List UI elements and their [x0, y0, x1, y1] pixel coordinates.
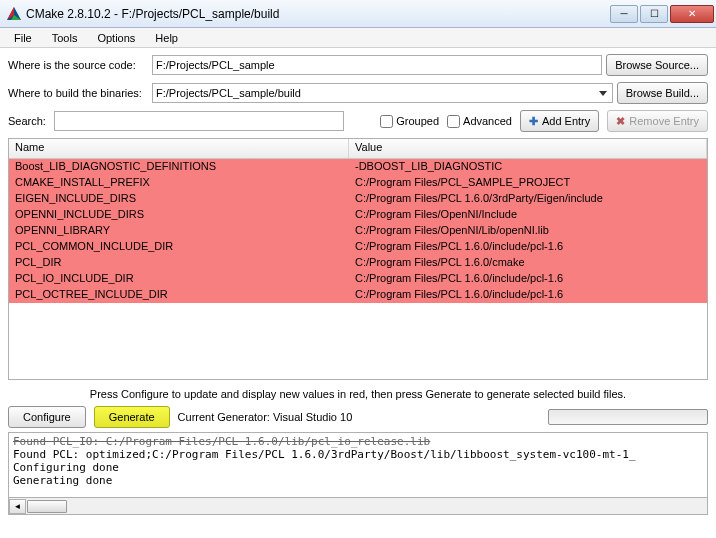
table-row[interactable]: PCL_OCTREE_INCLUDE_DIRC:/Program Files/P… [9, 287, 707, 303]
grouped-checkbox[interactable] [380, 115, 393, 128]
cell-value[interactable]: -DBOOST_LIB_DIAGNOSTIC [349, 159, 707, 175]
window-title: CMake 2.8.10.2 - F:/Projects/PCL_sample/… [26, 7, 608, 21]
close-button[interactable]: ✕ [670, 5, 714, 23]
log-line-1: Found PCL: optimized;C:/Program Files/PC… [13, 448, 636, 461]
cell-value[interactable]: C:/Program Files/PCL 1.6.0/include/pcl-1… [349, 239, 707, 255]
table-row[interactable]: PCL_DIRC:/Program Files/PCL 1.6.0/cmake [9, 255, 707, 271]
cell-name: Boost_LIB_DIAGNOSTIC_DEFINITIONS [9, 159, 349, 175]
progress-bar [548, 409, 708, 425]
configure-button[interactable]: Configure [8, 406, 86, 428]
cell-name: CMAKE_INSTALL_PREFIX [9, 175, 349, 191]
search-row: Search: Grouped Advanced ✚ Add Entry ✖ R… [8, 110, 708, 132]
cell-name: PCL_OCTREE_INCLUDE_DIR [9, 287, 349, 303]
scroll-thumb[interactable] [27, 500, 67, 513]
table-row[interactable]: EIGEN_INCLUDE_DIRSC:/Program Files/PCL 1… [9, 191, 707, 207]
source-label: Where is the source code: [8, 59, 148, 71]
cell-value[interactable]: C:/Program Files/OpenNI/Lib/openNI.lib [349, 223, 707, 239]
advanced-checkbox-label[interactable]: Advanced [447, 115, 512, 128]
table-row[interactable]: OPENNI_LIBRARYC:/Program Files/OpenNI/Li… [9, 223, 707, 239]
help-text: Press Configure to update and display ne… [8, 380, 708, 406]
search-label: Search: [8, 115, 46, 127]
menu-tools[interactable]: Tools [42, 30, 88, 46]
cell-value[interactable]: C:/Program Files/PCL 1.6.0/include/pcl-1… [349, 287, 707, 303]
table-row[interactable]: Boost_LIB_DIAGNOSTIC_DEFINITIONS-DBOOST_… [9, 159, 707, 175]
build-row: Where to build the binaries: Browse Buil… [8, 82, 708, 104]
table-row[interactable]: PCL_IO_INCLUDE_DIRC:/Program Files/PCL 1… [9, 271, 707, 287]
window-buttons: ─ ☐ ✕ [608, 5, 714, 23]
grouped-text: Grouped [396, 115, 439, 127]
search-input[interactable] [54, 111, 344, 131]
generate-button[interactable]: Generate [94, 406, 170, 428]
table-row[interactable]: OPENNI_INCLUDE_DIRSC:/Program Files/Open… [9, 207, 707, 223]
action-row: Configure Generate Current Generator: Vi… [8, 406, 708, 428]
cell-value[interactable]: C:/Program Files/PCL 1.6.0/include/pcl-1… [349, 271, 707, 287]
col-header-value[interactable]: Value [349, 139, 707, 158]
menu-file[interactable]: File [4, 30, 42, 46]
browse-source-button[interactable]: Browse Source... [606, 54, 708, 76]
menu-help[interactable]: Help [145, 30, 188, 46]
remove-entry-label: Remove Entry [629, 115, 699, 127]
col-header-name[interactable]: Name [9, 139, 349, 158]
cell-name: PCL_COMMON_INCLUDE_DIR [9, 239, 349, 255]
scroll-left-icon[interactable]: ◄ [9, 499, 26, 514]
grouped-checkbox-label[interactable]: Grouped [380, 115, 439, 128]
menu-bar: File Tools Options Help [0, 28, 716, 48]
cell-name: PCL_DIR [9, 255, 349, 271]
advanced-text: Advanced [463, 115, 512, 127]
add-entry-button[interactable]: ✚ Add Entry [520, 110, 599, 132]
output-log[interactable]: Found PCL_IO: C:/Program Files/PCL 1.6.0… [8, 432, 708, 498]
source-input[interactable] [152, 55, 602, 75]
log-line-2: Configuring done [13, 461, 119, 474]
table-row[interactable]: PCL_COMMON_INCLUDE_DIRC:/Program Files/P… [9, 239, 707, 255]
log-scrollbar[interactable]: ◄ [8, 498, 708, 515]
cell-value[interactable]: C:/Program Files/PCL 1.6.0/3rdParty/Eige… [349, 191, 707, 207]
cell-name: PCL_IO_INCLUDE_DIR [9, 271, 349, 287]
table-row[interactable]: CMAKE_INSTALL_PREFIXC:/Program Files/PCL… [9, 175, 707, 191]
cache-grid: Name Value Boost_LIB_DIAGNOSTIC_DEFINITI… [8, 138, 708, 380]
cell-name: OPENNI_LIBRARY [9, 223, 349, 239]
build-label: Where to build the binaries: [8, 87, 148, 99]
x-icon: ✖ [616, 115, 625, 128]
cmake-icon [6, 6, 22, 22]
menu-options[interactable]: Options [87, 30, 145, 46]
log-line-0: Found PCL_IO: C:/Program Files/PCL 1.6.0… [13, 435, 430, 448]
cell-name: EIGEN_INCLUDE_DIRS [9, 191, 349, 207]
window-titlebar: CMake 2.8.10.2 - F:/Projects/PCL_sample/… [0, 0, 716, 28]
plus-icon: ✚ [529, 115, 538, 128]
minimize-button[interactable]: ─ [610, 5, 638, 23]
cell-value[interactable]: C:/Program Files/OpenNI/Include [349, 207, 707, 223]
build-input[interactable] [152, 83, 613, 103]
source-row: Where is the source code: Browse Source.… [8, 54, 708, 76]
grid-body[interactable]: Boost_LIB_DIAGNOSTIC_DEFINITIONS-DBOOST_… [9, 159, 707, 379]
cell-value[interactable]: C:/Program Files/PCL_SAMPLE_PROJECT [349, 175, 707, 191]
maximize-button[interactable]: ☐ [640, 5, 668, 23]
log-line-3: Generating done [13, 474, 112, 487]
cell-name: OPENNI_INCLUDE_DIRS [9, 207, 349, 223]
build-dropdown-icon[interactable] [596, 85, 611, 101]
add-entry-label: Add Entry [542, 115, 590, 127]
current-generator-label: Current Generator: Visual Studio 10 [178, 411, 353, 423]
browse-build-button[interactable]: Browse Build... [617, 82, 708, 104]
remove-entry-button[interactable]: ✖ Remove Entry [607, 110, 708, 132]
advanced-checkbox[interactable] [447, 115, 460, 128]
grid-header: Name Value [9, 139, 707, 159]
cell-value[interactable]: C:/Program Files/PCL 1.6.0/cmake [349, 255, 707, 271]
